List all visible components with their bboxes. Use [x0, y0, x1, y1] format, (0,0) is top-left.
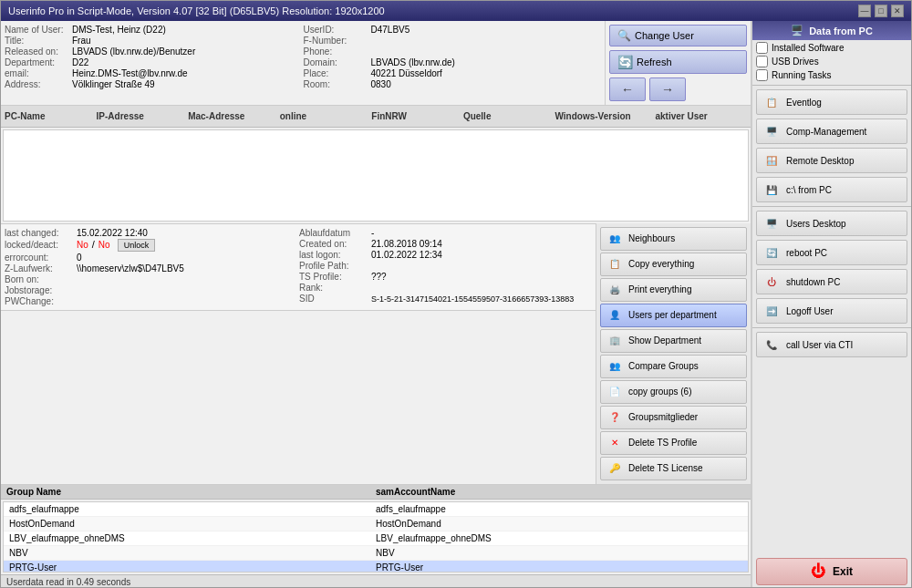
address-value: Völklinger Straße 49: [72, 79, 155, 89]
comp-management-button[interactable]: 🖥️ Comp-Management: [756, 119, 907, 144]
name-of-user-value: DMS-Test, Heinz (D22): [72, 25, 166, 35]
domain-label: Domain:: [304, 57, 368, 67]
pw-change-row: PWChange:: [5, 296, 297, 306]
delete-ts-license-icon: 🔑: [606, 460, 623, 477]
running-tasks-checkbox[interactable]: [756, 69, 768, 81]
compare-groups-button[interactable]: 👥 Compare Groups: [600, 355, 747, 378]
print-everything-button[interactable]: 🖨️ Print everything: [600, 278, 747, 302]
delete-ts-profile-button[interactable]: ✕ Delete TS Profile: [600, 431, 747, 455]
ablauf-datum-label: Ablaufdatum: [299, 228, 368, 238]
logoff-icon: ➡️: [762, 302, 781, 320]
locked-no1-value: No: [77, 240, 88, 250]
pw-change-label: PWChange:: [5, 296, 73, 306]
neighbours-icon: 👥: [606, 231, 623, 247]
logoff-user-button[interactable]: ➡️ Logoff User: [756, 298, 907, 324]
col-mac-address: Mac-Adresse: [188, 111, 280, 121]
delete-ts-profile-label: Delete TS Profile: [628, 438, 697, 448]
col-online: online: [280, 111, 372, 121]
last-changed-value: 15.02.2022 12:40: [77, 228, 148, 238]
last-logon-label: last logon:: [299, 250, 368, 260]
installed-software-checkbox-row[interactable]: Installed Software: [756, 42, 907, 54]
search-icon: 🔍: [617, 29, 631, 42]
installed-software-checkbox[interactable]: [756, 42, 768, 54]
copy-groups-button[interactable]: 📄 copy groups (6): [600, 380, 747, 404]
department-row: Department: D22: [5, 57, 303, 67]
exit-label: Exit: [833, 565, 853, 578]
c-drive-button[interactable]: 💾 c:\ from PC: [756, 177, 907, 202]
sam-account-name-cell: HostOnDemand: [376, 519, 742, 529]
place-label: Place:: [304, 68, 368, 78]
neighbours-button[interactable]: 👥 Neighbours: [600, 227, 747, 251]
usb-drives-checkbox[interactable]: [756, 56, 768, 67]
ts-profile-label: TS Profile:: [299, 272, 368, 282]
sam-account-name-cell: LBV_elaufmappe_ohneDMS: [376, 533, 742, 543]
minimize-button[interactable]: —: [858, 5, 871, 17]
remote-desktop-button[interactable]: 🪟 Remote Desktop: [756, 148, 907, 173]
usb-drives-checkbox-row[interactable]: USB Drives: [756, 56, 907, 67]
call-user-cti-button[interactable]: 📞 call User via CTI: [756, 332, 907, 357]
phone-label: Phone:: [304, 46, 368, 57]
back-button[interactable]: ←: [609, 77, 646, 101]
name-of-user-label: Name of User:: [5, 25, 68, 35]
maximize-button[interactable]: □: [875, 5, 887, 17]
table-row[interactable]: NBVNBV: [4, 546, 748, 561]
col-ip-address: IP-Adresse: [97, 111, 189, 121]
unlock-button[interactable]: Unlock: [118, 239, 156, 252]
born-on-label: Born on:: [5, 274, 73, 284]
show-department-label: Show Department: [628, 335, 701, 346]
eventlog-button[interactable]: 📋 Eventlog: [756, 89, 907, 115]
department-value: D22: [72, 57, 88, 67]
phone-row: Phone:: [304, 46, 602, 57]
copy-everything-button[interactable]: 📋 Copy everything: [600, 253, 747, 276]
users-desktop-button[interactable]: 🖥️ Users Desktop: [756, 211, 907, 236]
copy-groups-icon: 📄: [606, 384, 623, 400]
change-user-button[interactable]: 🔍 Change User: [609, 25, 747, 46]
locked-label: locked/deact:: [5, 240, 73, 250]
released-on-label: Released on:: [5, 46, 68, 57]
refresh-button[interactable]: 🔄 Refresh: [609, 50, 747, 74]
exit-button[interactable]: ⏻ Exit: [756, 558, 907, 585]
title-bar: Userinfo Pro in Script-Mode, Version 4.0…: [1, 1, 911, 21]
forward-button[interactable]: →: [649, 77, 686, 101]
group-name-cell: NBV: [9, 548, 376, 558]
print-everything-icon: 🖨️: [606, 282, 623, 298]
rank-row: Rank:: [299, 283, 592, 293]
reboot-pc-button[interactable]: 🔄 reboot PC: [756, 240, 907, 265]
domain-value: LBVADS (lbv.nrw.de): [371, 57, 455, 67]
address-row: Address: Völklinger Straße 49: [5, 79, 303, 89]
table-row[interactable]: LBV_elaufmappe_ohneDMSLBV_elaufmappe_ohn…: [4, 531, 748, 546]
released-on-value: LBVADS (lbv.nrw.de)/Benutzer: [72, 46, 195, 57]
table-row[interactable]: PRTG-UserPRTG-User: [4, 561, 748, 573]
users-desktop-label: Users Desktop: [786, 219, 846, 229]
groups-col-sam: samAccountName: [376, 487, 745, 497]
ablauf-datum-row: Ablaufdatum -: [299, 228, 592, 238]
delete-ts-profile-icon: ✕: [606, 435, 623, 451]
delete-ts-license-button[interactable]: 🔑 Delete TS License: [600, 457, 747, 480]
room-value: 0830: [371, 79, 391, 89]
groups-mitglieder-icon: ❓: [606, 409, 623, 426]
running-tasks-checkbox-row[interactable]: Running Tasks: [756, 69, 907, 81]
show-department-button[interactable]: 🏢 Show Department: [600, 329, 747, 353]
middle-section: last changed: 15.02.2022 12:40 locked/de…: [1, 223, 751, 485]
ts-profile-value: ???: [371, 272, 387, 282]
close-button[interactable]: ✕: [891, 5, 904, 17]
group-name-cell: LBV_elaufmappe_ohneDMS: [9, 533, 376, 543]
profile-path-label: Profile Path:: [299, 261, 368, 271]
col-finnrw: FinNRW: [371, 111, 463, 121]
groups-mitglieder-button[interactable]: ❓ Groupsmitglieder: [600, 406, 747, 429]
title-value: Frau: [72, 36, 91, 46]
c-drive-label: c:\ from PC: [786, 185, 832, 195]
shutdown-pc-button[interactable]: ⏻ shutdown PC: [756, 269, 907, 294]
groups-mitglieder-label: Groupsmitglieder: [628, 412, 698, 422]
divider-2: [752, 206, 911, 207]
table-row[interactable]: adfs_elaufmappeadfs_elaufmappe: [4, 502, 748, 517]
table-row[interactable]: HostOnDemandHostOnDemand: [4, 517, 748, 531]
shutdown-icon: ⏻: [762, 273, 781, 291]
created-on-value: 21.08.2018 09:14: [371, 239, 442, 249]
last-logon-value: 01.02.2022 12:34: [371, 250, 442, 260]
user-details-panel: last changed: 15.02.2022 12:40 locked/de…: [1, 223, 596, 484]
comp-management-icon: 🖥️: [762, 122, 781, 140]
users-per-dept-button[interactable]: 👤 Users per department: [600, 304, 747, 327]
room-label: Room:: [304, 79, 368, 89]
refresh-icon: 🔄: [617, 55, 633, 69]
